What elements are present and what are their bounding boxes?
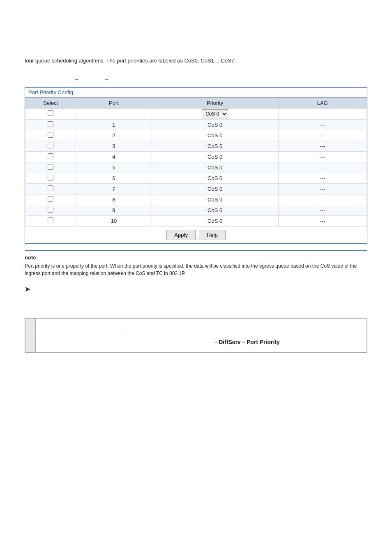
row-checkbox-5[interactable] (48, 164, 53, 170)
row-priority-1: CoS 0 (152, 120, 278, 130)
bottom-cell-left-1 (25, 319, 36, 332)
bulk-priority-select[interactable]: CoS 0 CoS 1 CoS 2 CoS 3 CoS 4 CoS 5 CoS … (202, 109, 228, 118)
arrows-row: → → (74, 76, 367, 82)
row-port-2: 2 (76, 130, 152, 141)
row-checkbox-4[interactable] (48, 153, 53, 159)
select-all-checkbox[interactable] (48, 110, 53, 116)
table-row: 3CoS 0--- (25, 141, 367, 152)
row-checkbox-9[interactable] (48, 207, 53, 213)
button-row: Apply Help (25, 226, 367, 243)
table-row: 4CoS 0--- (25, 152, 367, 162)
row-lag-8: --- (278, 194, 367, 205)
row-priority-5: CoS 0 (152, 162, 278, 173)
row-port-1: 1 (76, 120, 152, 130)
row-lag-1: --- (278, 120, 367, 130)
row-checkbox-8[interactable] (48, 196, 53, 202)
intro-text: four queue scheduling algorithms. The po… (25, 58, 367, 64)
table-row: 1CoS 0--- (25, 120, 367, 130)
bottom-cell-mid-2 (36, 332, 126, 352)
row-priority-6: CoS 0 (152, 173, 278, 184)
bottom-cell-right-1 (126, 319, 367, 332)
row-checkbox-2[interactable] (48, 132, 53, 138)
row-checkbox-3[interactable] (48, 143, 53, 148)
row-checkbox-7[interactable] (48, 185, 53, 191)
row-priority-9: CoS 0 (152, 205, 278, 216)
row-port-10: 10 (76, 216, 152, 227)
row-lag-3: --- (278, 141, 367, 152)
note-text: Port priority is one property of the por… (25, 262, 367, 277)
table-row: 7CoS 0--- (25, 184, 367, 194)
bottom-row-2: →DiffServ→Port Priority (25, 332, 367, 352)
row-lag-5: --- (278, 162, 367, 173)
note-label: note: (25, 254, 38, 261)
bottom-table-section: →DiffServ→Port Priority (25, 318, 367, 353)
row-lag-10: --- (278, 216, 367, 227)
row-checkbox-6[interactable] (48, 175, 53, 180)
row-priority-8: CoS 0 (152, 194, 278, 205)
help-button[interactable]: Help (199, 230, 226, 240)
bottom-cell-mid-1 (36, 319, 126, 332)
row-lag-7: --- (278, 184, 367, 194)
row-checkbox-10[interactable] (48, 217, 53, 223)
note-section: note: Port priority is one property of t… (25, 250, 367, 277)
apply-button[interactable]: Apply (166, 230, 196, 240)
config-table-body[interactable]: 1CoS 0---2CoS 0---3CoS 0---4CoS 0---5CoS… (25, 119, 367, 226)
col-port: Port (76, 98, 152, 109)
row-port-7: 7 (76, 184, 152, 194)
row-port-9: 9 (76, 205, 152, 216)
diffserv-label: →DiffServ→Port Priority (213, 339, 280, 345)
table-row: 9CoS 0--- (25, 205, 367, 216)
bottom-cell-left-2 (25, 332, 36, 352)
row-priority-10: CoS 0 (152, 216, 278, 227)
row-lag-2: --- (278, 130, 367, 141)
row-lag-9: --- (278, 205, 367, 216)
table-row: 5CoS 0--- (25, 162, 367, 173)
row-port-4: 4 (76, 152, 152, 162)
arrow2: → (104, 76, 109, 82)
config-table-header: Select Port Priority LAG CoS 0 CoS 1 CoS (25, 97, 367, 119)
col-select: Select (25, 98, 76, 109)
row-port-6: 6 (76, 173, 152, 184)
row-port-8: 8 (76, 194, 152, 205)
col-lag: LAG (278, 98, 367, 109)
row-port-5: 5 (76, 162, 152, 173)
table-row: 10CoS 0--- (25, 216, 367, 227)
row-priority-7: CoS 0 (152, 184, 278, 194)
row-lag-6: --- (278, 173, 367, 184)
bottom-row-1 (25, 319, 367, 332)
row-priority-4: CoS 0 (152, 152, 278, 162)
bottom-cell-right-2: →DiffServ→Port Priority (126, 332, 367, 352)
config-title: Port Priority Config (25, 88, 367, 97)
table-row: 2CoS 0--- (25, 130, 367, 141)
row-priority-3: CoS 0 (152, 141, 278, 152)
col-priority: Priority (152, 98, 278, 109)
row-priority-2: CoS 0 (152, 130, 278, 141)
row-lag-4: --- (278, 152, 367, 162)
arrow-indicator: ➤ (25, 285, 367, 293)
port-priority-config-section: Port Priority Config Select Port Priorit… (25, 87, 367, 244)
bottom-table: →DiffServ→Port Priority (25, 318, 367, 352)
arrow1: → (74, 76, 79, 82)
table-row: 6CoS 0--- (25, 173, 367, 184)
row-checkbox-1[interactable] (48, 121, 53, 127)
row-port-3: 3 (76, 141, 152, 152)
table-row: 8CoS 0--- (25, 194, 367, 205)
